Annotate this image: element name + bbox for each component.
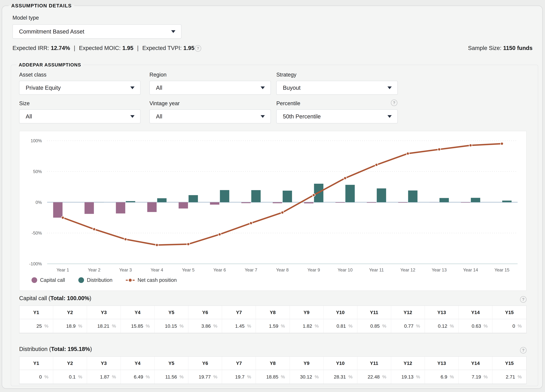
sample-size-label: Sample Size: xyxy=(468,45,502,51)
capital-call-table-value-y13[interactable]: 0.12% xyxy=(425,319,459,333)
distribution-table-value-y15[interactable]: 2.71% xyxy=(492,370,526,384)
filter-strategy-value: Buyout xyxy=(283,85,301,91)
capital-call-bar xyxy=(147,202,157,212)
distribution-table-value-y7[interactable]: 19.7% xyxy=(222,370,256,384)
distribution-table-header-y12: Y12 xyxy=(391,357,425,370)
distribution-table-value-y14[interactable]: 7.19% xyxy=(459,370,492,384)
capital-call-table-header-y6: Y6 xyxy=(188,306,222,319)
legend-item-capital-call[interactable]: Capital call xyxy=(31,277,65,283)
x-tick-label: Year 8 xyxy=(276,268,289,273)
filter-strategy-dropdown[interactable]: Buyout xyxy=(276,81,398,95)
legend-item-distribution[interactable]: Distribution xyxy=(78,277,112,283)
capital-call-table-value-y14[interactable]: 0.63% xyxy=(459,319,492,333)
help-icon[interactable]: ? xyxy=(195,45,201,52)
capital-call-table-value-y15[interactable]: 0% xyxy=(492,319,526,333)
cell-percent-unit: % xyxy=(247,374,251,380)
legend-item-net-cash-position[interactable]: Net cash position xyxy=(126,277,177,283)
y-tick-label: -50% xyxy=(32,230,42,236)
distribution-table-value-y8[interactable]: 18.85% xyxy=(256,370,290,384)
filter-region: RegionAll xyxy=(149,72,271,78)
capital-call-bar xyxy=(242,202,251,203)
capital-call-table-header-y9: Y9 xyxy=(290,306,324,319)
distribution-table-value-y12[interactable]: 19.13% xyxy=(391,370,425,384)
distribution-table-value-y11[interactable]: 22.48% xyxy=(357,370,391,384)
cell-number: 30.12 xyxy=(300,374,312,380)
help-icon[interactable]: ? xyxy=(520,347,526,354)
cell-percent-unit: % xyxy=(146,324,150,329)
cell-number: 18.85 xyxy=(266,374,278,380)
cell-number: 22.48 xyxy=(368,374,380,380)
capital-call-table-value-y10[interactable]: 0.81% xyxy=(324,319,357,333)
net-cash-position-point xyxy=(312,194,315,197)
capital-call-table-title: Capital call (Total: 100.00%) xyxy=(19,295,91,301)
capital-call-bar xyxy=(367,202,376,203)
cell-number: 19.77 xyxy=(199,374,211,380)
capital-call-table-value-y4[interactable]: 15.85% xyxy=(121,319,155,333)
x-tick-label: Year 15 xyxy=(495,268,509,273)
capital-call-table-header-y10: Y10 xyxy=(324,306,357,319)
filter-asset-class-dropdown[interactable]: Private Equity xyxy=(19,81,141,95)
capital-call-table-value-y7[interactable]: 1.45% xyxy=(222,319,256,333)
net-cash-position-point xyxy=(281,211,284,214)
filter-percentile: Percentile?50th Percentile xyxy=(276,100,398,106)
filter-percentile-dropdown[interactable]: 50th Percentile xyxy=(276,109,398,123)
cell-number: 19.13 xyxy=(401,374,413,380)
capital-call-table-value-y9[interactable]: 1.82% xyxy=(290,319,324,333)
addepar-assumptions-section-title: ADDEPAR ASSUMPTIONS xyxy=(17,62,83,68)
expected-moic-label: Expected MOIC: xyxy=(79,45,120,51)
distribution-table-value-y10[interactable]: 28.31% xyxy=(324,370,357,384)
cell-number: 15.85 xyxy=(131,323,143,329)
capital-call-bar xyxy=(304,202,314,204)
expected-moic-value: 1.95 xyxy=(122,45,133,51)
filter-vintage-year-dropdown[interactable]: All xyxy=(149,109,271,123)
capital-call-bar xyxy=(398,202,408,203)
cell-number: 0.1 xyxy=(69,374,75,380)
capital-call-table-header-y3: Y3 xyxy=(87,306,121,319)
filter-size: SizeAll xyxy=(19,100,141,106)
filter-percentile-value: 50th Percentile xyxy=(283,113,321,120)
model-type-dropdown[interactable]: Commitment Based Asset xyxy=(12,25,181,39)
capital-call-table-value-y11[interactable]: 0.85% xyxy=(357,319,391,333)
distribution-table-value-y6[interactable]: 19.77% xyxy=(188,370,222,384)
capital-call-bar xyxy=(116,202,125,213)
filter-region-dropdown[interactable]: All xyxy=(149,81,271,95)
help-icon[interactable]: ? xyxy=(391,100,397,106)
cell-number: 25 xyxy=(37,323,42,329)
net-cash-position-point xyxy=(250,222,253,225)
cell-number: 0.63 xyxy=(472,323,481,329)
filter-size-dropdown[interactable]: All xyxy=(19,109,141,123)
capital-call-bar xyxy=(461,202,470,203)
distribution-table-value-y1[interactable]: 0% xyxy=(19,370,53,384)
cell-percent-unit: % xyxy=(348,374,353,380)
capital-call-table-value-y1[interactable]: 25% xyxy=(19,319,53,333)
distribution-table-header-y2: Y2 xyxy=(53,357,87,370)
cell-number: 18.21 xyxy=(97,323,109,329)
capital-call-table-value-y5[interactable]: 10.15% xyxy=(155,319,188,333)
filter-vintage-year-value: All xyxy=(156,113,162,120)
distribution-title-text: Distribution ( xyxy=(19,346,51,352)
filter-region-value: All xyxy=(156,85,162,91)
capital-call-table-value-y12[interactable]: 0.77% xyxy=(391,319,425,333)
x-tick-label: Year 2 xyxy=(88,268,100,273)
legend-swatch-circle-icon xyxy=(78,277,84,283)
cell-percent-unit: % xyxy=(450,374,454,380)
distribution-table-value-y13[interactable]: 6.9% xyxy=(425,370,459,384)
capital-call-table: Y1Y2Y3Y4Y5Y6Y7Y8Y9Y10Y11Y12Y13Y14Y1525%1… xyxy=(19,305,526,333)
expected-irr-value: 12.74% xyxy=(51,45,70,51)
distribution-table-value-y2[interactable]: 0.1% xyxy=(53,370,87,384)
capital-call-table-value-y3[interactable]: 18.21% xyxy=(87,319,121,333)
cell-percent-unit: % xyxy=(518,324,522,329)
capital-call-bar xyxy=(273,202,282,203)
capital-call-table-value-y6[interactable]: 3.86% xyxy=(188,319,222,333)
cell-percent-unit: % xyxy=(483,374,488,380)
distribution-table-value-y3[interactable]: 1.87% xyxy=(87,370,121,384)
assumption-details-section-title: ASSUMPTION DETAILS xyxy=(9,3,74,8)
capital-call-table-value-y2[interactable]: 18.9% xyxy=(53,319,87,333)
distribution-table-value-y9[interactable]: 30.12% xyxy=(290,370,324,384)
capital-call-table-value-y8[interactable]: 1.59% xyxy=(256,319,290,333)
net-cash-position-point xyxy=(438,148,441,151)
distribution-table-value-y4[interactable]: 6.49% xyxy=(121,370,155,384)
capital-call-bar xyxy=(85,202,94,214)
distribution-table-value-y5[interactable]: 11.56% xyxy=(155,370,188,384)
help-icon[interactable]: ? xyxy=(520,296,526,303)
